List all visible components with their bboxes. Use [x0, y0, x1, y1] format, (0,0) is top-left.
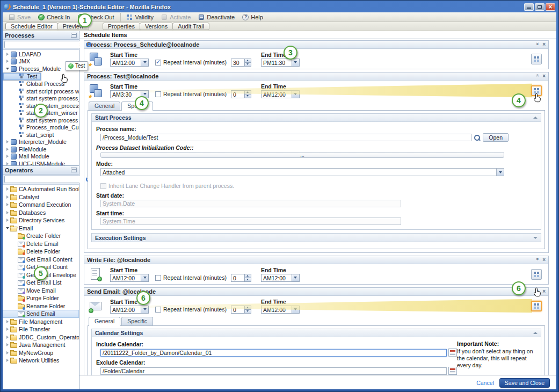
- process-tree-item[interactable]: Mail Module: [3, 153, 79, 161]
- process-tree-item[interactable]: Interpreter_Module: [3, 139, 79, 146]
- operator-tree-item[interactable]: Databases: [3, 209, 79, 217]
- calendar-picker-icon[interactable]: [448, 367, 457, 375]
- expand-panel-icon[interactable]: [535, 42, 540, 47]
- process-tree-item[interactable]: start_system_winser: [3, 110, 79, 117]
- repeat-interval-checkbox[interactable]: [155, 275, 161, 281]
- dropdown-arrow-icon[interactable]: [141, 274, 148, 281]
- expander-icon[interactable]: [5, 336, 10, 339]
- dropdown-arrow-icon[interactable]: [141, 91, 148, 98]
- operator-tree-item[interactable]: Catalyst: [3, 193, 79, 201]
- end-time-select[interactable]: PM11:30: [261, 59, 300, 67]
- collapse-section-icon[interactable]: [533, 117, 538, 119]
- process-tree-item[interactable]: Process_Module: [3, 65, 79, 72]
- expander-icon[interactable]: [5, 140, 10, 143]
- start-process-section-header[interactable]: Start Process: [92, 114, 541, 122]
- expander-icon[interactable]: [5, 195, 10, 199]
- expander-icon[interactable]: [5, 211, 10, 214]
- repeat-minutes-spinner[interactable]: 0: [231, 274, 251, 282]
- process-tree-item[interactable]: start_script: [3, 131, 79, 139]
- spinner-down-icon[interactable]: [245, 63, 251, 66]
- schedule-item-header[interactable]: Process: Process_Schedule@localnode: [84, 41, 548, 49]
- process-tree-item[interactable]: Test: [3, 72, 41, 81]
- view-tab[interactable]: Audit Trail: [172, 23, 209, 30]
- panel-menu-icon[interactable]: [71, 33, 77, 38]
- expander-icon[interactable]: [5, 227, 10, 229]
- expander-icon[interactable]: [5, 162, 10, 165]
- repeat-minutes-spinner[interactable]: 0: [231, 90, 251, 98]
- processes-search-box[interactable]: [4, 41, 84, 48]
- calendar-settings-header[interactable]: Calendar Settings: [92, 329, 541, 337]
- repeat-minutes-spinner[interactable]: 30: [231, 59, 251, 67]
- collapse-panel-icon[interactable]: [535, 289, 540, 294]
- expander-icon[interactable]: [5, 203, 10, 206]
- start-date-input[interactable]: [100, 200, 401, 207]
- dropdown-arrow-icon[interactable]: [292, 306, 299, 313]
- process-name-input[interactable]: [100, 134, 471, 141]
- operators-search-box[interactable]: [4, 176, 84, 183]
- operator-tree-item[interactable]: Send Email: [3, 310, 79, 318]
- repeat-minutes-spinner[interactable]: 0: [231, 306, 251, 314]
- view-tab[interactable]: Properties: [103, 23, 140, 30]
- item-properties-button[interactable]: [531, 301, 542, 311]
- expander-icon[interactable]: [5, 53, 10, 56]
- process-tree-item[interactable]: start script process wi: [3, 88, 79, 95]
- process-tree-item[interactable]: UCF-USM-Module: [3, 160, 79, 165]
- operator-tree-item[interactable]: Create Folder: [3, 232, 79, 240]
- panel-menu-icon[interactable]: [71, 168, 77, 172]
- start-time-select[interactable]: AM12:00: [110, 274, 149, 282]
- expander-icon[interactable]: [5, 328, 10, 331]
- toolbar-button[interactable]: Check In: [34, 13, 74, 21]
- inherit-handler-checkbox[interactable]: [100, 183, 106, 189]
- process-tree-item[interactable]: Process_module_Cust: [3, 124, 79, 132]
- schedule-item-header[interactable]: Process: Test@localnode: [84, 72, 548, 81]
- operator-tree-item[interactable]: Rename Folder: [3, 302, 79, 310]
- spinner-up-icon[interactable]: [245, 306, 251, 310]
- spinner-up-icon[interactable]: [245, 274, 251, 278]
- include-calendar-input[interactable]: [100, 349, 447, 357]
- repeat-interval-checkbox[interactable]: [155, 60, 161, 66]
- operator-tree-item[interactable]: Command Execution: [3, 201, 79, 209]
- expander-icon[interactable]: [5, 351, 10, 354]
- operators-search-input[interactable]: [6, 177, 79, 183]
- tab-specific[interactable]: Specific: [121, 317, 153, 325]
- execution-settings-header[interactable]: Execution Settings: [92, 234, 541, 242]
- close-button[interactable]: [546, 3, 555, 11]
- maximize-button[interactable]: [535, 3, 545, 11]
- toolbar-button[interactable]: Check Out: [74, 13, 118, 21]
- item-properties-button[interactable]: [531, 85, 542, 96]
- item-properties-button[interactable]: [531, 54, 542, 64]
- collapse-panel-icon[interactable]: [535, 74, 540, 79]
- process-tree-item[interactable]: start_system_process: [3, 102, 79, 110]
- operator-tree-item[interactable]: Get Email Count: [3, 263, 79, 271]
- operator-tree-item[interactable]: File Management: [3, 318, 79, 326]
- repeat-interval-checkbox[interactable]: [155, 91, 161, 97]
- view-tab[interactable]: Versions: [140, 23, 173, 30]
- toolbar-button[interactable]: Help: [238, 13, 267, 21]
- minimize-button[interactable]: [524, 3, 534, 11]
- collapse-section-icon[interactable]: [533, 332, 538, 334]
- process-tree-item[interactable]: Global Process: [3, 81, 79, 88]
- process-tree-item[interactable]: JMX: [3, 58, 79, 66]
- view-tab[interactable]: Schedule Editor: [5, 23, 58, 30]
- dropdown-arrow-icon[interactable]: [141, 306, 148, 313]
- repeat-interval-checkbox[interactable]: [155, 307, 161, 313]
- expander-icon[interactable]: [5, 148, 10, 151]
- expander-icon[interactable]: [5, 359, 10, 362]
- dropdown-arrow-icon[interactable]: [141, 59, 148, 66]
- expander-icon[interactable]: [5, 343, 10, 346]
- operator-tree-item[interactable]: Move Email: [3, 287, 79, 295]
- process-tree-item[interactable]: LDAPAD: [3, 50, 79, 58]
- schedule-item-header[interactable]: Write File: @localnode: [84, 256, 548, 264]
- calendar-picker-icon[interactable]: [448, 349, 457, 357]
- tab-general[interactable]: General: [89, 317, 120, 326]
- spinner-down-icon[interactable]: [245, 310, 251, 313]
- process-tree-item[interactable]: start system process_: [3, 95, 79, 103]
- start-time-select[interactable]: AM12:00: [110, 59, 149, 67]
- dataset-init-field[interactable]: ...: [100, 152, 504, 158]
- toolbar-button[interactable]: Save: [5, 13, 34, 21]
- processes-panel-header[interactable]: Processes: [3, 31, 79, 40]
- remove-item-icon[interactable]: [542, 42, 546, 47]
- item-properties-button[interactable]: [531, 269, 542, 280]
- start-time-select[interactable]: AM3:30: [110, 90, 149, 98]
- expander-icon[interactable]: [5, 219, 10, 222]
